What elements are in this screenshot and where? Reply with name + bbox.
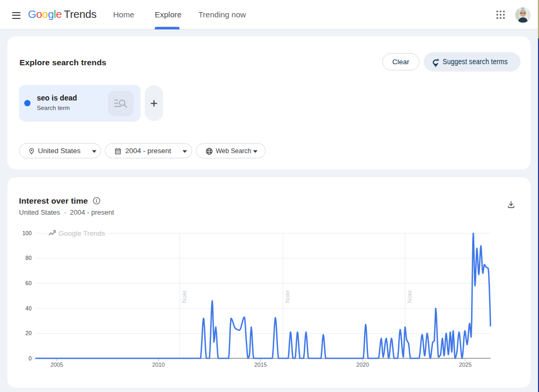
- svg-text:60: 60: [25, 280, 32, 286]
- svg-text:2015: 2015: [254, 361, 267, 368]
- svg-text:Note: Note: [181, 290, 187, 303]
- svg-text:100: 100: [22, 230, 32, 236]
- svg-text:2025: 2025: [459, 361, 472, 368]
- svg-text:2020: 2020: [356, 361, 369, 368]
- svg-text:2010: 2010: [152, 361, 165, 368]
- svg-text:80: 80: [25, 255, 32, 261]
- svg-text:0: 0: [28, 355, 32, 361]
- svg-text:40: 40: [25, 305, 32, 311]
- svg-text:Google Trends: Google Trends: [58, 229, 105, 237]
- svg-text:Note: Note: [406, 290, 413, 303]
- svg-text:20: 20: [25, 330, 32, 336]
- svg-text:2005: 2005: [51, 361, 63, 368]
- svg-text:Note: Note: [284, 290, 291, 303]
